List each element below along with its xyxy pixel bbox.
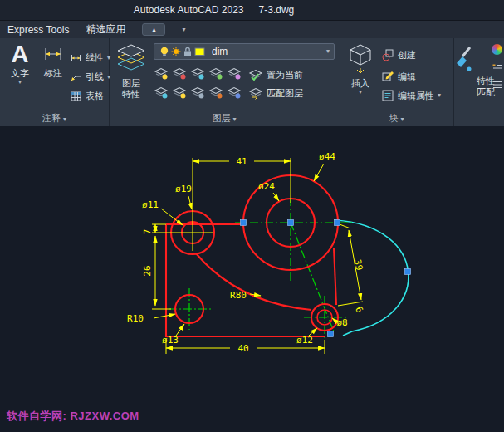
layer-tool-icon[interactable]: [190, 86, 205, 99]
watermark-text: 软件自学网: RJZXW.COM: [7, 409, 139, 424]
create-block-button[interactable]: 创建: [381, 48, 416, 61]
plate-outline[interactable]: [166, 224, 325, 336]
dim-6[interactable]: 6: [353, 305, 365, 315]
text-tool-icon: A: [3, 40, 37, 68]
chevron-down-icon: ▾: [343, 89, 378, 96]
chevron-down-icon: ▾: [401, 115, 404, 123]
cad-drawing: 41 ø44 ø24 ø19 ø11 7 26 39 R80 R10 ø13 4…: [0, 126, 504, 432]
layer-tools-row-1: [154, 66, 242, 80]
dim-40[interactable]: 40: [237, 343, 248, 354]
grip[interactable]: [335, 220, 340, 226]
grip[interactable]: [288, 220, 294, 226]
layer-tool-icon[interactable]: [208, 66, 223, 80]
chevron-down-icon: ▾: [326, 48, 330, 55]
set-current-layer-button[interactable]: 置为当前: [248, 68, 303, 81]
list-lines-icon[interactable]: [492, 63, 503, 73]
document-name: 7-3.dwg: [259, 4, 295, 16]
model-space-canvas[interactable]: 41 ø44 ø24 ø19 ø11 7 26 39 R80 R10 ø13 4…: [0, 126, 504, 432]
dim-r10[interactable]: R10: [127, 313, 144, 324]
list-lines-icon[interactable]: [492, 80, 503, 90]
panel-label-block[interactable]: 块 ▾: [340, 112, 453, 125]
red-geometry[interactable]: [166, 175, 338, 336]
dim-7[interactable]: 7: [142, 229, 153, 235]
insert-block-icon: [345, 42, 376, 75]
linear-dimension-button[interactable]: 线性 ▾: [70, 52, 110, 64]
edit-attributes-button[interactable]: 编辑属性 ▾: [381, 89, 441, 102]
panel-label-layers[interactable]: 图层 ▾: [109, 112, 340, 125]
create-block-icon: [381, 48, 394, 61]
leader-icon: [70, 71, 82, 83]
chevron-down-icon: ▾: [438, 92, 441, 99]
grip[interactable]: [241, 220, 247, 226]
ribbon-toggle-icon: ▴: [152, 27, 155, 33]
layer-properties-button[interactable]: 图层 特性: [110, 42, 152, 100]
dim-26[interactable]: 26: [142, 265, 153, 276]
layer-tool-icon[interactable]: [227, 86, 242, 99]
dimension-tool-button[interactable]: 标注: [38, 43, 68, 79]
dim-d24[interactable]: ø24: [258, 181, 275, 192]
insert-block-button[interactable]: 插入 ▾: [343, 42, 378, 96]
dimension-icon: [42, 43, 64, 65]
match-properties-panel: 特性 匹配: [453, 38, 504, 126]
match-properties-button[interactable]: [455, 45, 477, 80]
annotation-panel: A 文字 ▾ 标注 线性 ▾: [0, 38, 110, 126]
layer-tool-icon[interactable]: [172, 86, 187, 99]
ribbon-toggle-caret-icon[interactable]: ▾: [182, 27, 185, 33]
grip[interactable]: [328, 331, 334, 337]
ribbon-toggle-button[interactable]: ▴: [142, 23, 165, 36]
dim-d44[interactable]: ø44: [319, 151, 335, 162]
dim-d19[interactable]: ø19: [175, 184, 192, 194]
layer-tool-icon[interactable]: [154, 86, 169, 99]
dim-d8[interactable]: ø8: [336, 317, 347, 328]
match-layer-button[interactable]: 匹配图层: [248, 86, 303, 100]
right-tangent-line[interactable]: [334, 248, 336, 305]
color-wheel-icon[interactable]: [492, 44, 502, 55]
dim-d13[interactable]: ø13: [162, 335, 179, 346]
layer-dropdown[interactable]: dim ▾: [154, 43, 335, 60]
edit-attributes-icon: [381, 89, 394, 102]
chevron-down-icon: ▾: [3, 79, 37, 86]
table-icon: [70, 91, 82, 102]
layers-panel: 图层 特性 dim ▾: [109, 38, 340, 126]
text-tool-button[interactable]: A 文字 ▾: [3, 40, 37, 86]
center-lines[interactable]: [169, 198, 352, 339]
selection-grips: [241, 220, 411, 337]
chevron-down-icon: ▾: [233, 115, 237, 123]
tab-express-tools[interactable]: Express Tools: [7, 24, 69, 36]
grip[interactable]: [405, 269, 411, 275]
leader-button[interactable]: 引线 ▾: [70, 71, 110, 83]
ribbon: A 文字 ▾ 标注 线性 ▾: [0, 38, 504, 127]
tab-featured-apps[interactable]: 精选应用: [86, 22, 125, 37]
r80-arc[interactable]: [196, 253, 311, 310]
dim-d12[interactable]: ø12: [296, 335, 313, 346]
title-bar: Autodesk AutoCAD 2023 7-3.dwg: [0, 0, 504, 21]
layer-state-icons: [159, 45, 208, 58]
app-title: Autodesk AutoCAD 2023: [134, 4, 244, 16]
layer-tool-icon[interactable]: [227, 66, 242, 80]
layer-tool-icon[interactable]: [154, 66, 169, 80]
dim-39[interactable]: 39: [352, 258, 365, 271]
ribbon-tab-bar: Express Tools 精选应用 ▴ ▾: [0, 21, 504, 39]
edit-block-icon: [381, 70, 394, 83]
layer-stack-icon: [113, 42, 149, 75]
layer-tool-icon[interactable]: [190, 66, 205, 80]
linear-dimension-icon: [70, 52, 82, 64]
layer-tools-row-2: [154, 86, 242, 99]
set-current-icon: [248, 68, 263, 81]
panel-label-annotation[interactable]: 注释 ▾: [0, 112, 109, 125]
dim-r80[interactable]: R80: [230, 290, 247, 301]
paintbrush-icon: [455, 45, 477, 76]
chevron-down-icon: ▾: [63, 115, 66, 123]
layer-tool-icon[interactable]: [172, 66, 187, 80]
layer-tool-icon[interactable]: [208, 86, 223, 99]
match-layer-icon: [248, 86, 263, 100]
dim-d11[interactable]: ø11: [142, 199, 159, 210]
table-button[interactable]: 表格: [70, 90, 104, 102]
autocad-window: Autodesk AutoCAD 2023 7-3.dwg Express To…: [0, 0, 504, 432]
edit-block-button[interactable]: 编辑: [381, 70, 416, 83]
dim-41[interactable]: 41: [236, 156, 247, 167]
block-panel: 插入 ▾ 创建 编辑: [340, 38, 454, 126]
current-layer-name: dim: [212, 46, 326, 57]
